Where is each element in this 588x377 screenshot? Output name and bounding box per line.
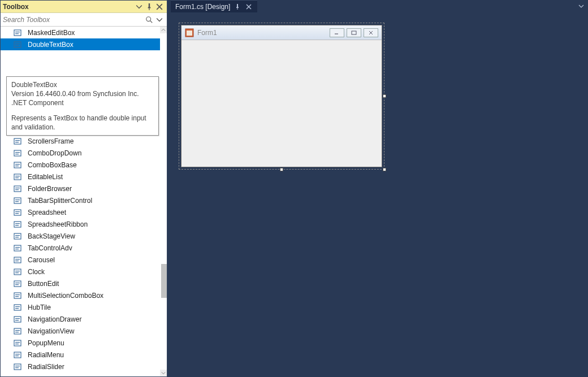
scroll-up-button[interactable] bbox=[160, 27, 167, 33]
svg-rect-27 bbox=[15, 189, 19, 190]
tooltip-description: Represents a TextBox to handle double in… bbox=[11, 114, 154, 132]
search-dropdown-icon[interactable] bbox=[154, 15, 165, 25]
svg-rect-21 bbox=[15, 166, 19, 166]
svg-rect-1 bbox=[14, 30, 21, 36]
svg-point-0 bbox=[146, 16, 151, 21]
toolbox-item[interactable]: SpreadsheetRibbon bbox=[1, 218, 160, 230]
main-area: Form1.cs [Design] Form1 bbox=[167, 0, 588, 377]
design-canvas[interactable]: Form1 bbox=[167, 12, 588, 377]
window-close-button[interactable] bbox=[364, 28, 378, 37]
toolbox-item[interactable]: TabControlAdv bbox=[1, 242, 160, 254]
svg-rect-65 bbox=[15, 342, 20, 343]
close-icon[interactable] bbox=[154, 2, 165, 12]
resize-handle-bottom[interactable] bbox=[280, 168, 283, 171]
svg-rect-55 bbox=[14, 305, 21, 310]
toolbox-item[interactable]: NavigationDrawer bbox=[1, 313, 160, 325]
svg-rect-62 bbox=[15, 330, 20, 331]
resize-handle-bottom-right[interactable] bbox=[383, 168, 386, 171]
toolbox-item[interactable]: FolderBrowser bbox=[1, 183, 160, 194]
control-icon bbox=[13, 315, 22, 324]
toolbox-item[interactable]: Clock bbox=[1, 266, 160, 278]
toolbox-item[interactable]: ComboDropDown bbox=[1, 147, 160, 159]
svg-rect-35 bbox=[15, 223, 20, 224]
svg-rect-5 bbox=[15, 44, 20, 44]
search-row bbox=[1, 13, 167, 27]
toolbox-item[interactable]: PopupMenu bbox=[1, 337, 160, 349]
toolbox-item[interactable]: MultiSelectionComboBox bbox=[1, 289, 160, 301]
toolbox-item[interactable]: TabBarSplitterControl bbox=[1, 194, 160, 206]
minimize-button[interactable] bbox=[330, 28, 344, 37]
svg-rect-50 bbox=[15, 283, 20, 283]
toolbox-item[interactable]: RadialSlider bbox=[1, 361, 160, 372]
toolbox-item-label: HubTile bbox=[28, 304, 51, 311]
svg-rect-24 bbox=[15, 177, 19, 178]
svg-rect-36 bbox=[15, 225, 19, 226]
toolbox-item[interactable]: ButtonEdit bbox=[1, 278, 160, 289]
control-icon bbox=[13, 184, 22, 193]
form-title: Form1 bbox=[197, 29, 327, 37]
scrollbar-thumb[interactable] bbox=[161, 264, 167, 298]
search-input[interactable] bbox=[3, 14, 144, 26]
svg-rect-31 bbox=[14, 210, 21, 215]
toolbox-item[interactable]: ComboBoxBase bbox=[1, 159, 160, 171]
svg-rect-71 bbox=[15, 366, 20, 366]
svg-rect-61 bbox=[14, 328, 21, 334]
form-designer-selection[interactable]: Form1 bbox=[179, 23, 384, 170]
svg-rect-2 bbox=[15, 32, 20, 32]
tab-close-icon[interactable] bbox=[245, 3, 253, 11]
toolbox-item[interactable]: DoubleTextBox bbox=[1, 38, 160, 50]
toolbox-title: Toolbox bbox=[3, 3, 134, 11]
svg-rect-20 bbox=[15, 164, 20, 164]
svg-rect-66 bbox=[15, 344, 19, 344]
svg-rect-44 bbox=[15, 259, 20, 259]
toolbox-item[interactable]: ScrollersFrame bbox=[1, 135, 160, 147]
svg-rect-42 bbox=[15, 249, 19, 249]
toolbox-item-label: SpreadsheetRibbon bbox=[28, 220, 88, 228]
svg-rect-63 bbox=[15, 332, 19, 332]
maximize-button[interactable] bbox=[347, 28, 361, 37]
toolbox-item[interactable]: EditableList bbox=[1, 171, 160, 183]
svg-rect-14 bbox=[15, 140, 20, 141]
svg-rect-60 bbox=[15, 320, 19, 320]
tab-bar-dropdown-icon[interactable] bbox=[574, 0, 588, 12]
toolbox-item[interactable]: MaskedEditBox bbox=[1, 27, 160, 38]
control-icon bbox=[13, 149, 22, 158]
toolbox-item-label: MaskedEditBox bbox=[28, 29, 75, 37]
control-icon bbox=[13, 196, 22, 205]
toolbox-item[interactable]: BackStageView bbox=[1, 230, 160, 242]
toolbox-item[interactable]: NavigationView bbox=[1, 325, 160, 337]
svg-rect-56 bbox=[15, 306, 20, 307]
tooltip-component: .NET Component bbox=[11, 98, 154, 107]
toolbox-item-label: Spreadsheet bbox=[28, 209, 66, 216]
control-icon bbox=[13, 350, 22, 359]
scroll-down-button[interactable] bbox=[160, 370, 167, 376]
search-icon[interactable] bbox=[144, 15, 154, 25]
svg-rect-25 bbox=[14, 186, 21, 192]
toolbox-item[interactable]: Carousel bbox=[1, 254, 160, 266]
form-window[interactable]: Form1 bbox=[181, 25, 382, 167]
control-icon bbox=[13, 267, 22, 276]
resize-handle-right[interactable] bbox=[383, 94, 386, 98]
toolbox-item[interactable]: Spreadsheet bbox=[1, 206, 160, 218]
tab-pin-icon[interactable] bbox=[234, 3, 241, 11]
svg-rect-40 bbox=[14, 245, 21, 251]
toolbox-item-label: NavigationView bbox=[28, 327, 75, 335]
svg-rect-72 bbox=[15, 367, 19, 368]
control-icon bbox=[13, 220, 22, 229]
toolbox-panel: Toolbox MaskedEditBoxDoubleTextBoxRecord… bbox=[0, 0, 167, 377]
control-icon bbox=[13, 161, 22, 170]
toolbox-item-label: RadialMenu bbox=[28, 351, 64, 359]
toolbox-item[interactable]: HubTile bbox=[1, 301, 160, 313]
toolbox-item-label: Clock bbox=[28, 268, 45, 276]
svg-rect-64 bbox=[14, 340, 21, 346]
pin-icon[interactable] bbox=[144, 2, 154, 12]
document-tab[interactable]: Form1.cs [Design] bbox=[171, 0, 257, 12]
svg-rect-16 bbox=[14, 150, 21, 156]
svg-rect-37 bbox=[14, 233, 21, 239]
control-icon bbox=[13, 327, 22, 336]
svg-rect-15 bbox=[15, 142, 19, 142]
svg-rect-49 bbox=[14, 281, 21, 287]
toolbox-item[interactable]: RadialMenu bbox=[1, 349, 160, 361]
svg-rect-43 bbox=[14, 257, 21, 263]
toolbox-menu-dropdown[interactable] bbox=[134, 2, 144, 12]
